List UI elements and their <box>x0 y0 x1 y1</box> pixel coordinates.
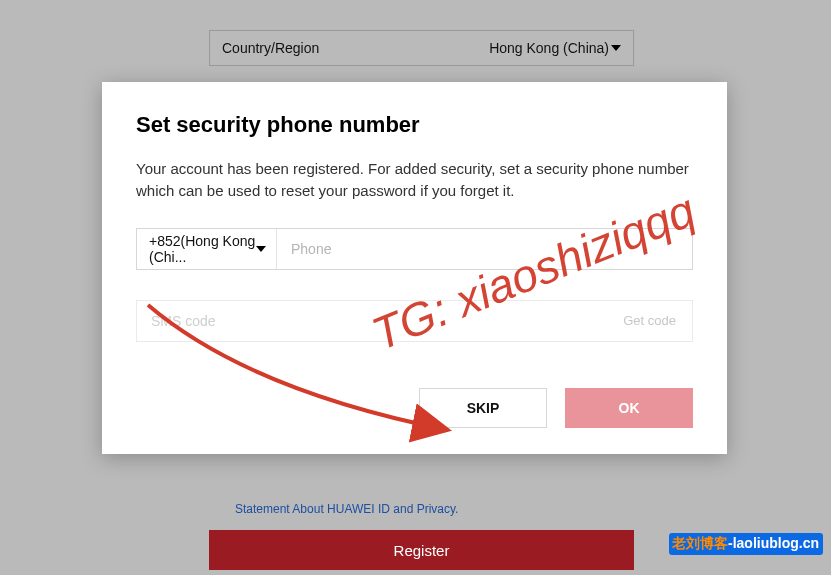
country-region-select[interactable]: Country/Region Hong Kong (China) <box>209 30 634 66</box>
country-region-value-wrap: Hong Kong (China) <box>489 40 621 56</box>
country-region-value: Hong Kong (China) <box>489 40 609 56</box>
dial-code-select[interactable]: +852(Hong Kong (Chi... <box>137 229 277 269</box>
chevron-down-icon <box>256 246 266 252</box>
sms-row: Get code <box>136 300 693 342</box>
phone-row: +852(Hong Kong (Chi... <box>136 228 693 270</box>
skip-button[interactable]: SKIP <box>419 388 547 428</box>
modal-button-row: SKIP OK <box>136 388 693 428</box>
modal-title: Set security phone number <box>136 112 693 138</box>
dial-code-value: +852(Hong Kong (Chi... <box>149 233 256 265</box>
security-phone-modal: Set security phone number Your account h… <box>102 82 727 454</box>
ok-button[interactable]: OK <box>565 388 693 428</box>
statement-link[interactable]: Statement About HUAWEI ID and Privacy. <box>235 502 458 516</box>
register-button[interactable]: Register <box>209 530 634 570</box>
get-code-button[interactable]: Get code <box>607 313 692 328</box>
phone-input[interactable] <box>277 229 692 269</box>
country-region-label: Country/Region <box>222 40 319 56</box>
modal-description: Your account has been registered. For ad… <box>136 158 693 202</box>
chevron-down-icon <box>611 45 621 51</box>
sms-code-input[interactable] <box>137 313 607 329</box>
